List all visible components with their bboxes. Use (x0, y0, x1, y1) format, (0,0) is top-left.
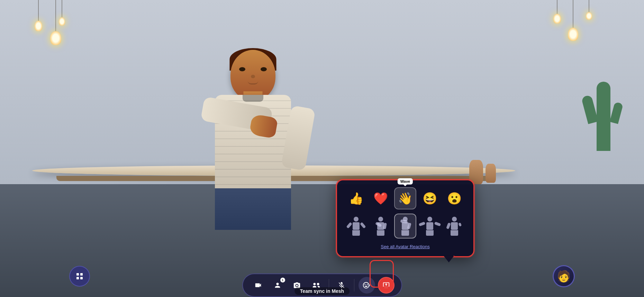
svg-point-4 (313, 283, 316, 285)
participants-icon (274, 281, 281, 289)
gesture-row (344, 214, 466, 238)
see-all-reactions-link[interactable]: See all Avatar Reactions (344, 244, 466, 249)
camera-button[interactable] (250, 277, 266, 294)
heart-icon: ❤️ (373, 191, 388, 205)
wave-icon: 👋 (398, 191, 412, 205)
gesture-arms-out-silhouette (423, 217, 437, 236)
grid-icon (75, 272, 84, 280)
gesture-greet[interactable] (370, 214, 392, 238)
svg-rect-0 (76, 273, 79, 276)
grid-button[interactable] (69, 266, 90, 287)
svg-point-5 (317, 283, 319, 285)
cactus (562, 30, 631, 151)
ceiling-light-6 (586, 0, 592, 20)
avatar-body-container (187, 50, 319, 244)
status-bar: Team sync in Mesh (294, 287, 350, 295)
participant-count-badge: 1 (280, 278, 285, 282)
gesture-clap[interactable] (345, 214, 367, 238)
reactions-chevron: ▼ (368, 284, 371, 287)
gesture-raise-hand-silhouette (447, 217, 461, 236)
surprised-icon: 😮 (447, 191, 462, 205)
gesture-greet-silhouette (374, 217, 388, 236)
emoji-wave[interactable]: Wave 👋 (394, 187, 416, 209)
avatar-legs (215, 188, 291, 230)
svg-rect-3 (80, 277, 83, 279)
camera-icon (254, 281, 262, 289)
gesture-wave[interactable] (394, 214, 416, 238)
emoji-laugh[interactable]: 😆 (419, 187, 441, 209)
status-text: Team sync in Mesh (300, 288, 344, 294)
participants-button[interactable]: 1 (269, 277, 286, 294)
ceiling-light-4 (553, 0, 561, 24)
emoji-thumbsup[interactable]: 👍 (345, 187, 367, 209)
gesture-wave-silhouette (398, 217, 412, 236)
avatar-figure (180, 43, 326, 244)
reactions-button[interactable]: ▼ (359, 277, 375, 294)
gesture-raise-hand[interactable] (443, 214, 465, 238)
wave-tooltip: Wave (398, 178, 413, 184)
thumbsup-icon: 👍 (349, 191, 363, 205)
svg-rect-1 (80, 273, 83, 276)
avatar-icon: 🧑 (557, 270, 571, 283)
toolbar-separator-2 (354, 279, 354, 291)
vase-2 (486, 164, 496, 183)
emoji-row: 👍 ❤️ Wave 👋 😆 😮 (344, 187, 466, 209)
ceiling-light-3 (59, 0, 65, 26)
laugh-icon: 😆 (423, 191, 437, 205)
emoji-surprised[interactable]: 😮 (443, 187, 465, 209)
emoji-heart[interactable]: ❤️ (370, 187, 392, 209)
ceiling-light-1 (35, 0, 42, 31)
my-avatar-button[interactable]: 🧑 (553, 265, 575, 287)
gesture-clap-silhouette (349, 217, 363, 236)
gesture-arms-out[interactable] (419, 214, 441, 238)
svg-rect-2 (76, 277, 79, 279)
scene-background (0, 0, 644, 297)
share-screen-button[interactable] (378, 277, 394, 294)
share-screen-icon (382, 281, 390, 289)
reactions-popup: 👍 ❤️ Wave 👋 😆 😮 (336, 179, 474, 257)
